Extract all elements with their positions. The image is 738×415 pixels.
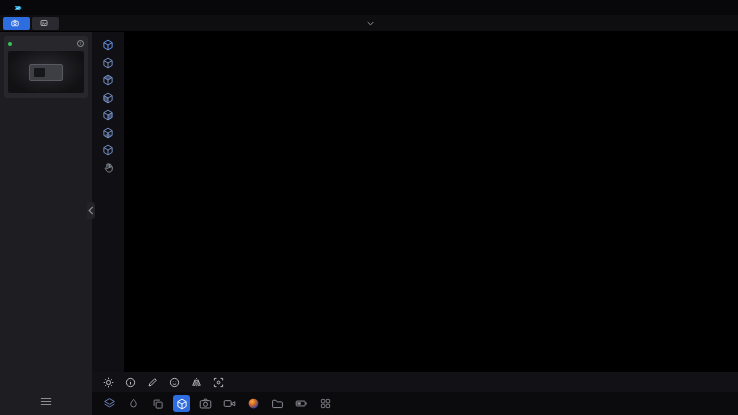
chevron-down-icon bbox=[367, 21, 374, 26]
tab-album[interactable] bbox=[32, 17, 59, 30]
device-thumbnail[interactable] bbox=[8, 51, 84, 93]
sticker-button[interactable] bbox=[169, 377, 180, 388]
annotate-button[interactable] bbox=[147, 377, 158, 388]
cube-rear-view-icon bbox=[102, 144, 114, 156]
capture-frame-icon bbox=[213, 377, 224, 388]
album-icon bbox=[40, 19, 48, 27]
temperature-range-selector[interactable] bbox=[0, 21, 738, 26]
cube-bottom-view-icon bbox=[102, 127, 114, 139]
chevron-left-icon bbox=[88, 206, 94, 215]
point-cloud-canvas[interactable] bbox=[124, 32, 738, 372]
pencil-icon bbox=[147, 377, 158, 388]
video-record-icon bbox=[223, 397, 236, 410]
view-strip bbox=[92, 32, 124, 372]
info-icon bbox=[125, 377, 136, 388]
sidebar-menu-button[interactable] bbox=[40, 392, 52, 410]
view-tool-top[interactable] bbox=[102, 74, 114, 87]
view-tool-drag[interactable] bbox=[103, 162, 114, 174]
view-tool-rear[interactable] bbox=[102, 144, 114, 157]
apps-grid-button[interactable] bbox=[317, 395, 334, 412]
camera-capture-button[interactable] bbox=[197, 395, 214, 412]
cube-3d-icon bbox=[102, 39, 114, 51]
drag-hand-icon bbox=[103, 162, 114, 173]
layers-icon bbox=[103, 397, 116, 410]
sub-bar bbox=[0, 15, 738, 32]
device-card[interactable]: i bbox=[4, 36, 88, 98]
thermal-master-window: i bbox=[0, 0, 738, 415]
info-button[interactable] bbox=[125, 377, 136, 388]
battery-icon bbox=[295, 397, 308, 410]
video-record-button[interactable] bbox=[221, 395, 238, 412]
copy-button[interactable] bbox=[149, 395, 166, 412]
apps-grid-icon bbox=[320, 398, 331, 409]
battery-button[interactable] bbox=[293, 395, 310, 412]
sticker-icon bbox=[169, 377, 180, 388]
droplet-icon bbox=[128, 398, 139, 409]
folder-icon bbox=[271, 397, 284, 410]
mirror-button[interactable] bbox=[191, 377, 202, 388]
point-cloud-viewer[interactable] bbox=[124, 32, 738, 372]
viewer-region bbox=[92, 32, 738, 372]
brightness-button[interactable] bbox=[103, 377, 114, 388]
cube-right-view-icon bbox=[102, 109, 114, 121]
view-tool-main[interactable] bbox=[102, 57, 114, 70]
device-info-icon[interactable]: i bbox=[77, 40, 84, 47]
device-status-dot bbox=[8, 42, 12, 46]
hamburger-menu-icon bbox=[40, 397, 52, 406]
folder-button[interactable] bbox=[269, 395, 286, 412]
mode-tabs bbox=[3, 17, 59, 30]
tab-camera[interactable] bbox=[3, 17, 30, 30]
view-tool-bottom[interactable] bbox=[102, 127, 114, 140]
sidebar-collapse-handle[interactable] bbox=[87, 202, 95, 219]
mirror-icon bbox=[191, 377, 202, 388]
palette-sphere-button[interactable] bbox=[245, 395, 262, 412]
device-sidebar: i bbox=[0, 32, 92, 415]
droplet-button[interactable] bbox=[125, 395, 142, 412]
cube-left-view-icon bbox=[102, 92, 114, 104]
view-tool-left[interactable] bbox=[102, 92, 114, 105]
view-tool-3d[interactable] bbox=[102, 39, 114, 52]
device-header: i bbox=[8, 40, 84, 47]
device-image bbox=[29, 64, 63, 81]
pointcloud-3d-button[interactable] bbox=[173, 395, 190, 412]
viewer-toolbar bbox=[92, 372, 738, 392]
pointcloud-3d-icon bbox=[176, 398, 188, 410]
content-area: i bbox=[0, 32, 738, 415]
brand-badge-icon bbox=[14, 4, 22, 12]
palette-sphere-icon bbox=[247, 397, 260, 410]
view-tool-right[interactable] bbox=[102, 109, 114, 122]
brightness-icon bbox=[103, 377, 114, 388]
cube-top-view-icon bbox=[102, 74, 114, 86]
camera-shutter-icon bbox=[199, 397, 212, 410]
cube-main-view-icon bbox=[102, 57, 114, 69]
camera-icon bbox=[11, 19, 19, 27]
copy-icon bbox=[152, 398, 164, 410]
app-logo bbox=[8, 4, 22, 12]
layers-button[interactable] bbox=[101, 395, 118, 412]
title-bar bbox=[0, 0, 738, 15]
main-panel bbox=[92, 32, 738, 415]
capture-area-button[interactable] bbox=[213, 377, 224, 388]
bottom-toolbar bbox=[92, 392, 738, 415]
